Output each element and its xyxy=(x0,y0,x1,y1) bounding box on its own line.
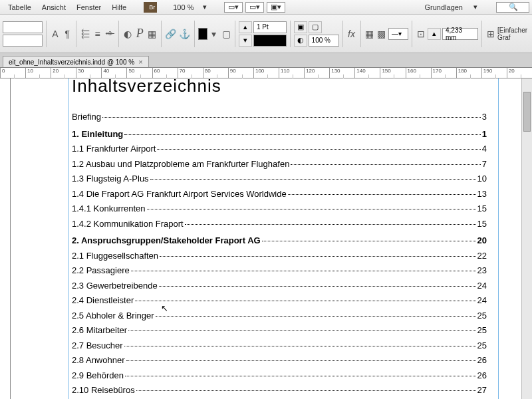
toc-label: 2.2 Passagiere xyxy=(72,264,130,277)
bridge-icon[interactable]: Br xyxy=(144,2,157,13)
view-mode-2-icon[interactable]: ▭▾ xyxy=(245,2,264,13)
textwrap-around-icon[interactable]: ▩ xyxy=(376,27,387,41)
toc-leader xyxy=(291,164,480,165)
toc-page: 10 xyxy=(477,172,487,186)
anchor-icon[interactable]: ⚓ xyxy=(178,27,191,41)
toc-leader xyxy=(185,224,476,225)
wrap-offset[interactable]: —▾ xyxy=(388,28,408,40)
ruler-tick: 70 xyxy=(178,68,203,78)
toc-label: 2.10 Reisebüros xyxy=(72,384,135,397)
toc-entry: 1.4.1 Konkurrenten15 xyxy=(72,202,487,215)
toc-label: 1.2 Ausbau und Platzprobleme am Frankfur… xyxy=(72,158,289,171)
menu-fenster[interactable]: Fenster xyxy=(71,3,106,11)
margin-guide-left xyxy=(68,78,68,399)
toc-leader xyxy=(160,256,475,257)
horizontal-ruler[interactable]: 0102030405060708090100110120130140150160… xyxy=(0,68,532,78)
textwrap-none-icon[interactable]: ▦ xyxy=(364,27,374,41)
ruler-tick: 130 xyxy=(329,68,354,78)
toc-entry: 1.2 Ausbau und Platzprobleme am Frankfur… xyxy=(72,158,487,171)
color-dropdown-icon[interactable]: ▾ xyxy=(209,27,219,41)
measure-up-icon[interactable]: ▴ xyxy=(428,28,441,40)
toc-leader xyxy=(288,194,476,195)
stroke-style[interactable] xyxy=(253,35,287,47)
workspace-dropdown-icon[interactable]: ▾ xyxy=(468,3,483,11)
scrollbar-thumb[interactable] xyxy=(523,92,531,132)
align-center-icon[interactable]: ≡ xyxy=(92,27,102,41)
view-mode-1-icon[interactable]: ▭▾ xyxy=(224,2,243,13)
document-canvas[interactable]: Inhaltsverzeichnis Briefing31. Einleitun… xyxy=(11,78,532,399)
textwrap-icon[interactable]: ▦ xyxy=(146,27,157,41)
toc-entry: 2.5 Abholer & Bringer25 xyxy=(72,309,487,323)
toc-entry: 2. Anspruchsgruppen/Stakeholder Fraport … xyxy=(72,234,487,247)
workspace-selector[interactable]: Grundlagen xyxy=(420,3,469,11)
toc-entry: 1.3 Flugsteig A-Plus10 xyxy=(72,172,487,186)
frametool-icon[interactable]: ⊞ xyxy=(485,27,496,41)
toc-page: 23 xyxy=(477,264,487,277)
document-tab[interactable]: eit_ohne_Inhaltsverzeichnis.indd @ 100 %… xyxy=(3,56,149,67)
para-panel-icon[interactable]: ¶ xyxy=(62,27,72,41)
vertical-scrollbar[interactable] xyxy=(521,78,532,399)
toc-entry: 1.1 Frankfurter Airport4 xyxy=(72,142,487,156)
ruler-tick: 50 xyxy=(126,68,152,78)
align-left-icon[interactable]: ⬱ xyxy=(80,27,90,41)
toc-label: 2.7 Besucher xyxy=(72,339,123,352)
toc-page: 7 xyxy=(482,158,487,171)
crop-icon[interactable]: ⊡ xyxy=(416,27,426,41)
ruler-tick: 150 xyxy=(380,68,405,78)
margin-guide-right xyxy=(498,78,499,399)
stroke-up-icon[interactable]: ▴ xyxy=(239,21,252,33)
ruler-tick: 190 xyxy=(481,68,507,78)
toc-label: 2.9 Behörden xyxy=(72,369,124,382)
vertical-ruler[interactable] xyxy=(0,78,11,399)
toc-page: 25 xyxy=(477,309,487,323)
opacity-icon[interactable]: ◐ xyxy=(122,27,133,41)
menu-ansicht[interactable]: Ansicht xyxy=(37,3,71,11)
toc-label: 2.3 Gewerbetreibende xyxy=(72,279,158,293)
font-family-input[interactable] xyxy=(3,21,43,33)
fx-icon[interactable]: fx xyxy=(346,27,356,41)
toc-label: 1.3 Flugsteig A-Plus xyxy=(72,172,149,186)
ruler-tick: 80 xyxy=(203,68,228,78)
fill-color[interactable] xyxy=(198,28,207,40)
fitframe-icon[interactable]: ▣ xyxy=(294,21,307,33)
char-panel-icon[interactable]: A xyxy=(50,27,61,41)
toc-label: 2.1 Fluggesellschaften xyxy=(72,249,158,263)
ruler-tick: 180 xyxy=(456,68,481,78)
toc-page: 1 xyxy=(482,128,487,141)
fitcontent-icon[interactable]: ▢ xyxy=(309,21,322,33)
toc-leader xyxy=(131,271,476,271)
zoom-dropdown-icon[interactable]: ▾ xyxy=(198,3,212,11)
toc-leader xyxy=(135,301,475,301)
text-frame[interactable]: Inhaltsverzeichnis Briefing31. Einleitun… xyxy=(72,78,487,399)
toc-page: 24 xyxy=(477,279,487,293)
zoom-level[interactable]: 100 % xyxy=(169,3,198,11)
toc-page: 26 xyxy=(477,354,487,367)
menu-tabelle[interactable]: Tabelle xyxy=(3,3,37,11)
align-right-icon[interactable]: ⬲ xyxy=(104,27,115,41)
effects-icon[interactable]: P xyxy=(134,27,145,41)
menu-hilfe[interactable]: Hilfe xyxy=(106,3,132,11)
font-style-input[interactable] xyxy=(3,35,43,47)
view-mode-3-icon[interactable]: ▣▾ xyxy=(267,2,285,13)
measure-value[interactable]: 4,233 mm xyxy=(442,28,478,40)
ruler-tick: 90 xyxy=(228,68,253,78)
page: Inhaltsverzeichnis Briefing31. Einleitun… xyxy=(11,78,519,399)
link-icon[interactable]: 🔗 xyxy=(164,27,177,41)
tab-label: eit_ohne_Inhaltsverzeichnis.indd @ 100 % xyxy=(9,59,134,66)
toc-page: 24 xyxy=(477,294,487,307)
toc-leader xyxy=(150,179,476,180)
ruler-tick: 100 xyxy=(253,68,279,78)
stroke-box-icon[interactable]: ▢ xyxy=(221,27,231,41)
tint-icon[interactable]: ◐ xyxy=(294,35,307,47)
toc-page: 26 xyxy=(477,369,487,382)
tint-value[interactable]: 100 % xyxy=(309,35,339,47)
ruler-tick: 0 xyxy=(0,68,25,78)
toc-entry: 1.4.2 Kommunikation Fraport15 xyxy=(72,217,487,231)
ruler-tick: 20 xyxy=(51,68,76,78)
search-input[interactable]: 🔍 xyxy=(496,2,529,13)
close-icon[interactable]: × xyxy=(138,58,142,66)
toc-leader xyxy=(156,316,476,317)
toc-leader xyxy=(124,134,480,135)
stroke-down-icon[interactable]: ▾ xyxy=(239,35,252,47)
stroke-weight[interactable]: 1 Pt xyxy=(253,21,287,33)
